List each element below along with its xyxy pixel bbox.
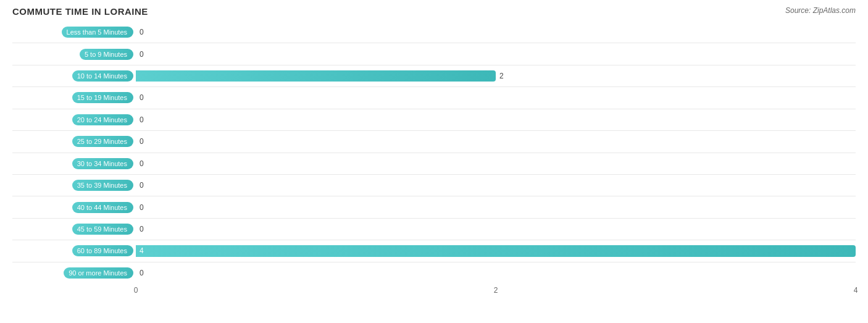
bar-track: 0 [136,262,856,283]
bar-label: 15 to 19 Minutes [12,92,136,103]
bar-row: 20 to 24 Minutes0 [12,109,856,131]
label-pill: 25 to 29 Minutes [72,136,133,147]
bar-row: 5 to 9 Minutes0 [12,43,856,65]
bar-track: 0 [136,219,856,240]
label-pill: 45 to 59 Minutes [72,224,133,235]
bar-track: 2 [136,65,856,86]
chart-title: COMMUTE TIME IN LORAINE [12,6,148,17]
bar-label: Less than 5 Minutes [12,27,136,38]
bar-track: 0 [136,175,856,196]
bar-value: 0 [140,137,144,146]
bar-row: 10 to 14 Minutes2 [12,65,856,87]
bar-label: 25 to 29 Minutes [12,136,136,147]
bar-value: 0 [140,203,144,212]
bar-row: 90 or more Minutes0 [12,262,856,283]
label-pill: 35 to 39 Minutes [72,180,133,191]
chart-header: COMMUTE TIME IN LORAINE Source: ZipAtlas… [12,6,856,17]
bar-track: 0 [136,153,856,174]
chart-container: COMMUTE TIME IN LORAINE Source: ZipAtlas… [0,0,868,323]
label-pill: 40 to 44 Minutes [72,202,133,213]
bar-row: 40 to 44 Minutes0 [12,196,856,218]
label-pill: 5 to 9 Minutes [80,49,133,60]
bar-value: 0 [140,28,144,36]
x-axis-tick: 2 [494,286,498,295]
bar-value: 0 [140,269,144,277]
x-axis-tick: 4 [854,286,858,295]
bar-track: 0 [136,196,856,217]
bars-area: Less than 5 Minutes05 to 9 Minutes010 to… [12,22,856,283]
bar-label: 45 to 59 Minutes [12,224,136,235]
bar-label: 60 to 89 Minutes [12,245,136,256]
x-axis-tick: 0 [134,286,138,295]
bar-value: 2 [499,72,504,80]
label-pill: 20 to 24 Minutes [72,114,133,125]
bar-value: 4 [140,246,144,255]
bar-value: 0 [140,159,144,168]
bar-label: 40 to 44 Minutes [12,202,136,213]
bar-value: 0 [140,225,144,233]
bar-row: 60 to 89 Minutes4 [12,240,856,262]
bar-row: 45 to 59 Minutes0 [12,219,856,240]
bar-label: 20 to 24 Minutes [12,114,136,125]
bar-label: 10 to 14 Minutes [12,70,136,82]
bar-row: 35 to 39 Minutes0 [12,175,856,196]
bar-label: 5 to 9 Minutes [12,49,136,60]
label-pill: Less than 5 Minutes [62,27,133,38]
chart-source: Source: ZipAtlas.com [785,6,856,15]
bar-row: Less than 5 Minutes0 [12,22,856,43]
label-pill: 90 or more Minutes [64,267,133,279]
label-pill: 60 to 89 Minutes [72,245,133,256]
bar-value: 0 [140,50,144,59]
bar-fill [136,70,496,82]
bar-row: 15 to 19 Minutes0 [12,87,856,109]
bar-track: 4 [136,240,856,261]
bar-track: 0 [136,43,856,64]
bar-track: 0 [136,22,856,43]
bar-value: 0 [140,115,144,124]
label-pill: 15 to 19 Minutes [72,92,133,103]
bar-row: 30 to 34 Minutes0 [12,153,856,175]
label-pill: 30 to 34 Minutes [72,158,133,169]
x-axis: 024 [136,286,856,298]
bar-value: 0 [140,93,144,102]
bar-track: 0 [136,87,856,108]
bar-track: 0 [136,109,856,130]
label-pill: 10 to 14 Minutes [72,70,133,82]
bar-label: 30 to 34 Minutes [12,158,136,169]
bar-value: 0 [140,181,144,190]
bar-label: 90 or more Minutes [12,267,136,279]
bar-row: 25 to 29 Minutes0 [12,131,856,153]
bar-fill: 4 [136,245,856,256]
chart-body: Less than 5 Minutes05 to 9 Minutes010 to… [12,22,856,298]
bar-track: 0 [136,131,856,152]
bar-label: 35 to 39 Minutes [12,180,136,191]
